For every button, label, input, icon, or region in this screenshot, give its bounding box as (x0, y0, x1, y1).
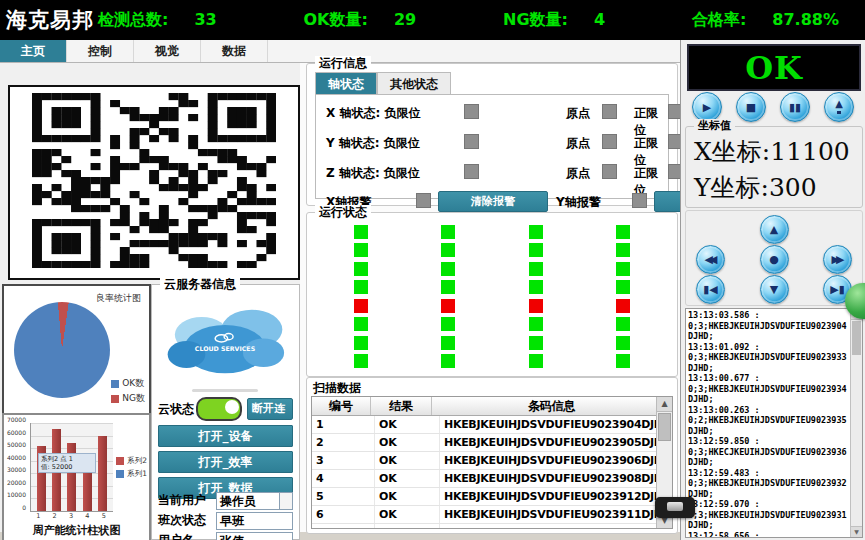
table-row[interactable]: 3OKHKEBJKEUIHJDSVDUFIEU9023906DJHD (312, 452, 672, 470)
status-lamp (616, 317, 630, 331)
cloud-status-toggle[interactable] (196, 397, 242, 421)
x-coordinate-label: X坐标: (694, 137, 770, 166)
cloud-services-image: CLOUD SERVICES (160, 299, 290, 385)
status-lamp (354, 262, 368, 276)
record-glyph: ● (769, 253, 779, 266)
combo-dropdown-icon[interactable] (279, 493, 292, 509)
log-entry: 13:13:01.092 :0;3;HKEBJKEUIHJDSVDUFIEU90… (688, 342, 850, 374)
log-entry: 13:12:59.070 :0;3;HKEBJKEUIHJDSVDUFIEU90… (688, 499, 850, 531)
neg-limit-indicator (464, 164, 479, 179)
log-scroll-down-icon[interactable]: ▼ (851, 526, 862, 537)
x-alarm-indicator (416, 193, 431, 208)
x-tick: 4 (85, 512, 89, 520)
log-entry: 13:12:59.483 :0;3;HKEBJKEUIHJDSVDUFIEU90… (688, 468, 850, 500)
jog-rewind-icon[interactable]: ◀◀ (696, 245, 725, 274)
status-lamp (354, 336, 368, 350)
stat-ng-label: NG数量: (503, 10, 568, 31)
axis-tab-其他状态[interactable]: 其他状态 (377, 72, 451, 96)
scroll-thumb[interactable] (658, 413, 671, 441)
stop-glyph: ■ (746, 101, 756, 114)
tab-控制[interactable]: 控制 (67, 40, 134, 62)
yield-pie-chart: 良率统计图 OK数NG数 (2, 284, 151, 415)
table-row[interactable]: 7OKHKEBJKEUIHJDSVDUFIEU9023910DJHD (312, 524, 672, 529)
axis-tab-轴状态[interactable]: 轴状态 (315, 72, 377, 96)
capture-button-icon (667, 502, 683, 511)
status-column-1 (354, 225, 368, 368)
y-coordinate-value: 300 (769, 173, 817, 202)
cell: 6 (312, 506, 375, 523)
jog-row-1: ◀◀●▶▶ (696, 245, 852, 274)
stop-icon[interactable]: ■ (736, 92, 766, 122)
axis-row-2: Z 轴状态: 负限位原点正限位 (316, 161, 668, 185)
scroll-up-icon[interactable]: ▲ (657, 397, 672, 412)
log-time: 13:13:03.586 : (688, 310, 850, 321)
pie-graphic (14, 302, 110, 398)
table-row[interactable]: 2OKHKEBJKEUIHJDSVDUFIEU9023905DJHD (312, 434, 672, 452)
cell: OK (375, 434, 440, 451)
pause-icon[interactable]: ▮▮ (780, 92, 810, 122)
run-info-group: 运行信息 轴状态其他状态 X 轴状态: 负限位原点正限位Y 轴状态: 负限位原点… (306, 63, 678, 206)
play-icon[interactable]: ▶ (692, 92, 722, 122)
table-row[interactable]: 6OKHKEBJKEUIHJDSVDUFIEU9023911DJHD (312, 506, 672, 524)
cell: HKEBJKEUIHJDSVDUFIEU9023912DJHD (440, 488, 672, 505)
table-row[interactable]: 5OKHKEBJKEUIHJDSVDUFIEU9023912DJHD (312, 488, 672, 506)
y-tick: 30000 (2, 466, 26, 473)
header-条码信息: 条码信息 (432, 397, 672, 415)
open-button-打开_设备[interactable]: 打开_设备 (158, 425, 293, 447)
coordinate-title: 坐标值 (694, 119, 735, 133)
field-value-用户名[interactable]: 张伟 (216, 532, 293, 540)
table-row[interactable]: 1OKHKEBJKEUIHJDSVDUFIEU9023904DJHD (312, 416, 672, 434)
cell: 4 (312, 470, 375, 487)
cell: OK (375, 470, 440, 487)
scan-table-body: 1OKHKEBJKEUIHJDSVDUFIEU9023904DJHD2OKHKE… (312, 416, 672, 529)
media-button-row: ▶■▮▮▲ (685, 92, 861, 122)
legend-label: NG数 (122, 392, 145, 405)
scan-data-title: 扫描数据 (313, 380, 361, 397)
log-scrollbar[interactable]: ▲ ▼ (850, 309, 862, 537)
jog-fast-forward-icon[interactable]: ▶▶ (823, 245, 852, 274)
bar-title: 周产能统计柱状图 (4, 523, 149, 538)
jog-record-icon[interactable]: ● (760, 245, 789, 274)
disconnect-button[interactable]: 断开连接 (247, 398, 293, 420)
stat-ng: NG数量: 4 (503, 10, 605, 31)
x-coordinate-value: 11100 (770, 137, 850, 166)
status-lamp (616, 280, 630, 294)
jog-down-icon[interactable]: ▼ (760, 275, 789, 304)
x-tick: 1 (36, 512, 40, 520)
legend-swatch (111, 395, 119, 403)
eject-icon[interactable]: ▲ (824, 92, 854, 122)
status-column-4 (616, 225, 630, 368)
legend-swatch (111, 380, 119, 388)
table-row[interactable]: 4OKHKEBJKEUIHJDSVDUFIEU9023908DJHD (312, 470, 672, 488)
field-value-当前用户[interactable]: 操作员 (216, 492, 293, 510)
open-button-打开_效率[interactable]: 打开_效率 (158, 451, 293, 473)
bar-y-axis: 700006000050000400003000020000100000 (4, 419, 28, 513)
field-value-班次状态[interactable]: 早班 (216, 512, 293, 530)
x-tick: 5 (102, 512, 106, 520)
origin-label: 原点 (566, 105, 590, 122)
tab-主页[interactable]: 主页 (0, 40, 67, 62)
jog-skip-start-icon[interactable]: ▮◀ (696, 275, 725, 304)
log-entry: 13:13:00.677 :0;3;HKEBJKEUIHJDSVDUFIEU90… (688, 373, 850, 405)
bar-legend-item: 系列2 (116, 456, 147, 466)
cell: HKEBJKEUIHJDSVDUFIEU9023906DJHD (440, 452, 672, 469)
origin-label: 原点 (566, 135, 590, 152)
field-row-班次状态: 班次状态早班 (158, 511, 293, 530)
x-tick: 3 (69, 512, 73, 520)
axis-label: X 轴状态: 负限位 (326, 105, 420, 122)
x-clear-alarm-button[interactable]: 清除报警 (438, 191, 548, 212)
log-scroll-thumb[interactable] (852, 321, 861, 355)
barcode-image-panel (8, 85, 300, 280)
log-time: 13:12:59.850 : (688, 436, 850, 447)
floating-capture-widget[interactable] (655, 497, 695, 518)
cloud-status-label: 云状态 (158, 401, 196, 418)
pie-title: 良率统计图 (96, 292, 141, 305)
tab-视觉[interactable]: 视觉 (134, 40, 201, 62)
cloud-panel-title: 云服务器信息 (160, 277, 240, 291)
jog-up-icon[interactable]: ▲ (760, 215, 789, 244)
y-tick: 0 (2, 504, 26, 511)
neg-limit-indicator (464, 104, 479, 119)
tab-数据[interactable]: 数据 (201, 40, 268, 62)
bar-legend-item: 系列1 (116, 469, 147, 479)
log-textbox[interactable]: 13:13:03.586 :0;3;HKEBJKEUIHJDSVDUFIEU90… (685, 308, 863, 538)
